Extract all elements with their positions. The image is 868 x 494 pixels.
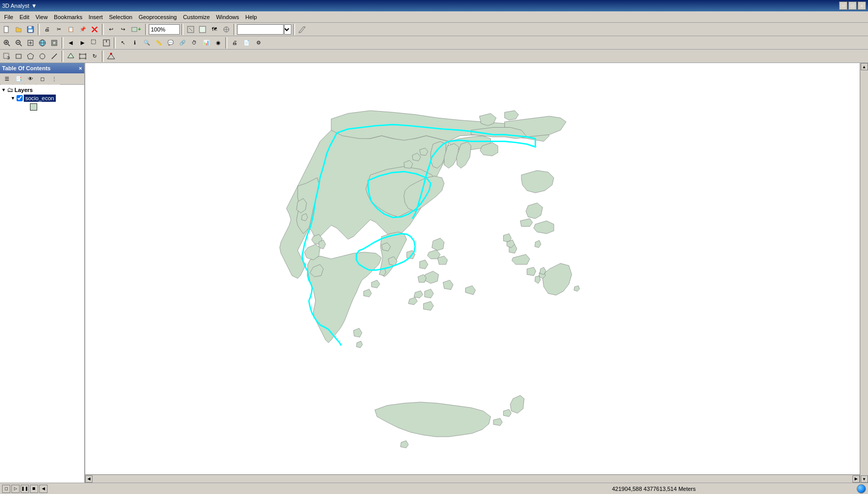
draw-rectangle-button[interactable] xyxy=(13,51,24,62)
select-elements-button[interactable] xyxy=(89,37,100,49)
sep-zoom-3 xyxy=(225,37,227,49)
maximize-button[interactable]: □ xyxy=(848,2,857,10)
toc-by-source[interactable]: 📑 xyxy=(13,73,24,85)
add-data-button[interactable]: + xyxy=(129,24,144,35)
scale-input[interactable] xyxy=(149,24,180,35)
draw-circle-button[interactable] xyxy=(37,51,48,62)
fixed-zoom-in[interactable] xyxy=(25,37,36,49)
scroll-down-button[interactable]: ▼ xyxy=(861,475,868,483)
map-scrollbar-vertical[interactable]: ▲ ▼ xyxy=(860,63,868,483)
layer-collapse-button[interactable]: ▼ xyxy=(10,96,16,101)
menu-edit[interactable]: Edit xyxy=(17,13,33,21)
print-map-button[interactable]: 🖨 xyxy=(229,37,240,49)
graphics-button[interactable]: ◉ xyxy=(212,37,224,49)
app-title: 3D Analyst xyxy=(2,3,29,9)
layer-properties-button[interactable]: ⚙ xyxy=(253,37,264,49)
menu-selection[interactable]: Selection xyxy=(106,13,135,21)
cursor-button[interactable]: ↖ xyxy=(117,37,129,49)
cut-button[interactable]: ✂ xyxy=(53,24,65,35)
statusbar-btn2[interactable]: ▷ xyxy=(11,485,20,493)
menu-geoprocessing[interactable]: Geoprocessing xyxy=(135,13,180,21)
maptips-button[interactable]: 💬 xyxy=(165,37,176,49)
minimize-button[interactable]: ─ xyxy=(839,2,847,10)
layers-group: ▼ 🗂 Layers xyxy=(1,86,83,94)
layers-group-icon: 🗂 xyxy=(7,86,13,94)
svg-point-41 xyxy=(85,53,86,55)
map-area[interactable]: ▲ ▼ ◀ ▶ xyxy=(85,63,868,483)
reshape-button[interactable] xyxy=(77,51,88,62)
open-button[interactable] xyxy=(13,24,24,35)
copy-button[interactable]: 📋 xyxy=(65,24,76,35)
toc-close-button[interactable]: × xyxy=(79,65,82,71)
svg-rect-2 xyxy=(28,29,33,32)
map-canvas[interactable] xyxy=(85,63,868,483)
statusbar-controls: ◻ ▷ ❚❚ ⏹ ◀ xyxy=(2,485,48,493)
undo-button[interactable]: ↩ xyxy=(105,24,117,35)
rotate-button[interactable]: ↻ xyxy=(89,51,100,62)
layer-socio-econ[interactable]: ▼ socio_econ xyxy=(10,94,83,102)
svg-point-36 xyxy=(40,54,45,59)
svg-rect-10 xyxy=(199,26,206,33)
time-slider-button[interactable]: ⏱ xyxy=(189,37,200,49)
layer-visibility-checkbox[interactable] xyxy=(17,95,23,101)
menu-customize[interactable]: Customize xyxy=(180,13,213,21)
tb-btn4[interactable] xyxy=(221,24,232,35)
statusbar-btn4[interactable]: ⏹ xyxy=(30,485,38,493)
draw-polygon-button[interactable] xyxy=(25,51,36,62)
full-extent-button[interactable] xyxy=(49,37,60,49)
menu-help[interactable]: Help xyxy=(242,13,260,21)
toc-by-visibility[interactable]: 👁 xyxy=(25,73,36,85)
layer-name-label[interactable]: socio_econ xyxy=(24,95,56,102)
tb-btn1[interactable] xyxy=(185,24,196,35)
menu-file[interactable]: File xyxy=(1,13,17,21)
zoom-out-button[interactable] xyxy=(13,37,24,49)
toc-by-selection[interactable]: ◻ xyxy=(37,73,48,85)
globe-button[interactable] xyxy=(37,37,48,49)
tb-editor-btn[interactable] xyxy=(297,24,308,35)
table-button[interactable]: 📊 xyxy=(200,37,212,49)
scale-value-input[interactable]: 1:4,083,214 xyxy=(237,24,284,35)
coordinate-system-icon[interactable] xyxy=(857,484,866,493)
map-scrollbar-horizontal[interactable]: ◀ ▶ xyxy=(85,474,860,483)
layers-collapse-button[interactable]: ▼ xyxy=(1,87,6,92)
svg-rect-29 xyxy=(53,41,56,44)
new-button[interactable] xyxy=(1,24,12,35)
scroll-up-button[interactable]: ▲ xyxy=(861,63,868,70)
hyperlink-button[interactable]: 🔗 xyxy=(177,37,188,49)
reports-button[interactable]: 📄 xyxy=(241,37,252,49)
toc-options[interactable]: ⋮ xyxy=(49,73,60,85)
toc-list-view[interactable]: ☰ xyxy=(1,73,12,85)
sep-zoom-1 xyxy=(61,37,64,49)
scroll-right-button[interactable]: ▶ xyxy=(853,475,860,483)
scroll-left-button[interactable]: ◀ xyxy=(85,475,92,483)
delete-button[interactable] xyxy=(89,24,100,35)
measure-button[interactable]: 📏 xyxy=(153,37,164,49)
pan-button[interactable] xyxy=(101,37,112,49)
draw-line-button[interactable] xyxy=(49,51,60,62)
back-extent-button[interactable]: ◀ xyxy=(65,37,76,49)
redo-button[interactable]: ↪ xyxy=(117,24,129,35)
find-button[interactable]: 🔍 xyxy=(141,37,152,49)
statusbar-scroll-left[interactable]: ◀ xyxy=(39,485,48,493)
zoom-in-button[interactable] xyxy=(1,37,12,49)
paste-button[interactable]: 📌 xyxy=(77,24,88,35)
save-button[interactable] xyxy=(25,24,36,35)
svg-text:+: + xyxy=(138,26,141,32)
tb-btn2[interactable] xyxy=(197,24,208,35)
forward-extent-button[interactable]: ▶ xyxy=(77,37,88,49)
menu-windows[interactable]: Windows xyxy=(213,13,242,21)
menu-bookmarks[interactable]: Bookmarks xyxy=(51,13,85,21)
identify-button[interactable]: ℹ xyxy=(129,37,141,49)
select-features-button[interactable] xyxy=(1,51,12,62)
scale-select[interactable] xyxy=(284,24,291,35)
menu-insert[interactable]: Insert xyxy=(85,13,106,21)
create-features-button[interactable] xyxy=(65,51,76,62)
menu-view[interactable]: View xyxy=(33,13,51,21)
print-button[interactable]: 🖨 xyxy=(41,24,53,35)
tb-btn3[interactable]: 🗺 xyxy=(209,24,220,35)
svg-rect-39 xyxy=(80,54,86,58)
snapping-button[interactable] xyxy=(105,51,117,62)
statusbar-btn3[interactable]: ❚❚ xyxy=(21,485,29,493)
close-button[interactable]: × xyxy=(858,2,866,10)
statusbar-btn1[interactable]: ◻ xyxy=(2,485,10,493)
